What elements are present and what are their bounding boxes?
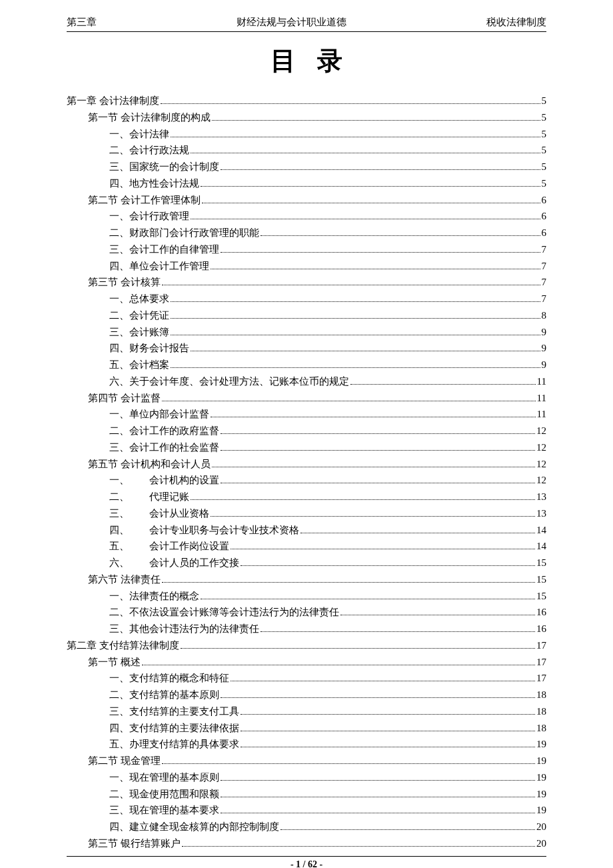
toc-entry: 三、现在管理的基本要求19	[67, 802, 546, 819]
toc-entry: 第一节 会计法律制度的构成5	[67, 109, 546, 126]
toc-page-number: 19	[536, 736, 546, 753]
page-footer: - 1 / 62 -	[67, 856, 546, 869]
toc-label: 二、财政部门会计行政管理的职能	[109, 225, 259, 241]
toc-label: 四、财务会计报告	[109, 340, 189, 357]
toc-entry: 二、会计凭证8	[67, 307, 546, 324]
toc-entry: 二、代理记账13	[67, 489, 546, 505]
toc-entry: 一、总体要求7	[67, 291, 546, 307]
toc-leader-dots	[142, 664, 535, 665]
toc-num: 二、	[109, 489, 149, 505]
toc-label: 第一节 会计法律制度的构成	[88, 109, 211, 126]
toc-page-number: 15	[536, 571, 546, 588]
toc-page-number: 5	[542, 93, 547, 109]
toc-label: 一、总体要求	[109, 291, 169, 307]
toc-leader-dots	[202, 202, 540, 203]
toc-page-number: 8	[542, 307, 547, 324]
toc-label: 五、办理支付结算的具体要求	[109, 736, 239, 753]
toc-page-number: 5	[542, 159, 547, 175]
toc-label: 四、地方性会计法规	[109, 175, 199, 192]
toc-leader-dots	[162, 763, 535, 764]
toc-page-number: 11	[537, 373, 546, 390]
toc-label: 五、会计工作岗位设置	[109, 538, 229, 555]
toc-page-number: 9	[542, 324, 547, 341]
toc-entry: 第六节 法律责任15	[67, 571, 546, 588]
toc-leader-dots	[212, 466, 535, 467]
toc-entry: 六、会计人员的工作交接15	[67, 555, 546, 571]
toc-entry: 三、支付结算的主要支付工具18	[67, 703, 546, 720]
toc-page-number: 12	[536, 423, 546, 439]
toc-label: 五、会计档案	[109, 357, 169, 373]
toc-entry: 二、不依法设置会计账簿等会计违法行为的法律责任16	[67, 604, 546, 621]
toc-leader-dots	[221, 482, 535, 483]
toc-leader-dots	[221, 812, 535, 813]
toc-page-number: 5	[542, 142, 547, 159]
toc-label: 三、支付结算的主要支付工具	[109, 703, 239, 720]
toc-leader-dots	[350, 383, 536, 385]
toc-label: 二、会计行政法规	[109, 142, 189, 159]
toc-label: 一、支付结算的概念和特征	[109, 670, 229, 687]
toc-entry: 三、国家统一的会计制度5	[67, 159, 546, 175]
toc-entry: 第三节 银行结算账户20	[67, 835, 546, 852]
toc-label: 第一章 会计法律制度	[67, 93, 159, 109]
toc-page-number: 17	[536, 670, 546, 687]
toc-label: 二、会计工作的政府监督	[109, 423, 219, 439]
toc-entry: 四、支付结算的主要法律依据18	[67, 720, 546, 737]
toc-label: 二、支付结算的基本原则	[109, 687, 219, 703]
toc-page-number: 19	[536, 802, 546, 819]
toc-entry: 一、法律责任的概念15	[67, 588, 546, 605]
toc-entry: 第二节 会计工作管理体制6	[67, 192, 546, 209]
toc-label: 第一节 概述	[88, 654, 141, 671]
toc-label: 第二章 支付结算法律制度	[67, 637, 179, 654]
toc-page-number: 16	[536, 604, 546, 621]
toc-page-number: 12	[536, 472, 546, 489]
toc-leader-dots	[241, 565, 535, 566]
toc-leader-dots	[162, 284, 540, 285]
toc-page-number: 7	[542, 274, 547, 291]
toc-label: 三、会计从业资格	[109, 505, 209, 522]
toc-leader-dots	[221, 697, 535, 698]
toc-label: 四、支付结算的主要法律依据	[109, 720, 239, 737]
toc-page-number: 18	[536, 720, 546, 737]
toc-entry: 三、会计账簿9	[67, 324, 546, 341]
toc-page-number: 5	[542, 126, 547, 143]
toc-page-number: 6	[542, 208, 547, 225]
toc-label: 二、现金使用范围和限额	[109, 786, 219, 803]
toc-label: 第四节 会计监督	[88, 390, 161, 407]
toc-entry: 一、会计法律5	[67, 126, 546, 143]
toc-leader-dots	[221, 251, 540, 253]
toc-label: 一、会计法律	[109, 126, 169, 143]
toc-leader-dots	[281, 829, 535, 830]
toc-leader-dots	[211, 268, 540, 269]
toc-entry: 五、会计工作岗位设置14	[67, 538, 546, 555]
toc-entry: 二、会计行政法规5	[67, 142, 546, 159]
toc-entry: 一、现在管理的基本原则19	[67, 769, 546, 786]
toc-page-number: 14	[536, 538, 546, 555]
page-header: 第三章 财经法规与会计职业道德 税收法律制度	[67, 16, 546, 32]
toc-leader-dots	[201, 185, 540, 187]
toc-entry: 二、现金使用范围和限额19	[67, 786, 546, 803]
toc-leader-dots	[211, 515, 535, 517]
toc-entry: 四、财务会计报告9	[67, 340, 546, 357]
toc-leader-dots	[171, 136, 540, 137]
toc-label: 三、其他会计违法行为的法律责任	[109, 621, 259, 637]
toc-leader-dots	[221, 169, 540, 170]
toc-entry: 第一节 概述17	[67, 654, 546, 671]
toc-entry: 五、会计档案9	[67, 357, 546, 373]
toc-page-number: 15	[536, 555, 546, 571]
toc-leader-dots	[340, 614, 535, 615]
toc-page-number: 16	[536, 621, 546, 637]
toc-label: 第二节 会计工作管理体制	[88, 192, 201, 209]
toc-page-number: 17	[536, 637, 546, 654]
toc-entry: 一、会计行政管理6	[67, 208, 546, 225]
toc-leader-dots	[161, 103, 540, 104]
toc-leader-dots	[162, 400, 536, 401]
toc-entry: 三、会计工作的自律管理7	[67, 241, 546, 258]
toc-leader-dots	[212, 119, 540, 121]
toc-page-number: 19	[536, 753, 546, 769]
toc-leader-dots	[171, 301, 540, 302]
toc-label: 二、代理记账	[109, 489, 189, 505]
toc-leader-dots	[301, 532, 535, 533]
toc-page-number: 9	[542, 340, 547, 357]
toc-entry: 四、会计专业职务与会计专业技术资格14	[67, 522, 546, 539]
toc-label: 四、单位会计工作管理	[109, 258, 209, 275]
